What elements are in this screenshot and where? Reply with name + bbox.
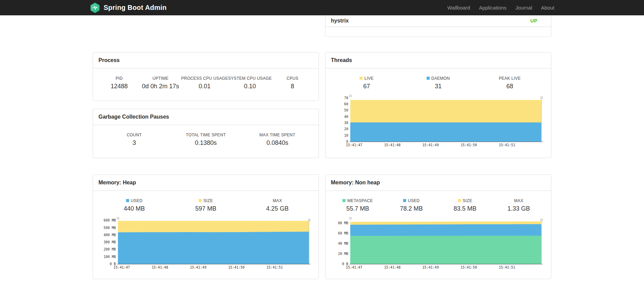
svg-text:70: 70: [344, 96, 348, 100]
svg-text:15:41:48: 15:41:48: [384, 265, 400, 269]
brand-label: Spring Boot Admin: [104, 4, 167, 12]
memory-nonheap-panel-body: METASPACE55.7 MBUSED78.2 MBSIZE83.5 MBMA…: [325, 191, 551, 277]
metric-value: 4.25 GB: [242, 205, 313, 212]
application-status-badge: UP: [531, 18, 537, 24]
metric-value: 8: [272, 83, 313, 90]
nav-links: Wallboard Applications Journal About: [443, 1, 554, 15]
row-memory: Memory: Heap USED440 MBSIZE597 MBMAX4.25…: [93, 174, 551, 279]
metric-live: LIVE67: [331, 76, 402, 90]
metric-peak-live: PEAK LIVE68: [474, 76, 546, 90]
metric-used: USED78.2 MB: [385, 198, 439, 212]
metric-label: PID: [98, 76, 140, 81]
navbar-inner: Spring Boot Admin Wallboard Applications…: [90, 1, 554, 15]
metric-max-time-spent: MAX TIME SPENT0.0840s: [242, 133, 313, 147]
metric-label: SIZE: [170, 198, 242, 203]
metric-system-cpu-usage: SYSTEM CPU USAGE0.10: [228, 76, 272, 90]
metric-max: MAX4.25 GB: [242, 198, 313, 212]
panel-title-gc: Garbage Collection Pauses: [93, 109, 319, 125]
metric-label: USED: [385, 198, 439, 203]
metric-metaspace: METASPACE55.7 MB: [331, 198, 385, 212]
metric-value: 0.01: [181, 83, 228, 90]
panel-title-memory-heap: Memory: Heap: [93, 175, 319, 191]
metric-cpus: CPUS8: [272, 76, 313, 90]
legend-swatch-icon: [342, 199, 346, 202]
threads-metrics: LIVE67DAEMON31PEAK LIVE68: [331, 74, 546, 90]
row-applications-right: hystrix UP: [325, 15, 551, 52]
metric-label: TOTAL TIME SPENT: [170, 133, 242, 137]
metric-value: 0.10: [228, 83, 272, 90]
metric-label: USED: [98, 198, 170, 203]
svg-text:40 MB: 40 MB: [338, 242, 348, 245]
metric-value: 440 MB: [98, 205, 170, 212]
svg-text:15:41:51: 15:41:51: [499, 265, 515, 269]
threads-chart-svg: 01020304050607015:41:4715:41:4815:41:491…: [331, 94, 546, 148]
memory-heap-panel-body: USED440 MBSIZE597 MBMAX4.25 GB 0 B100 MB…: [93, 191, 319, 277]
svg-text:600 MB: 600 MB: [104, 218, 116, 222]
metric-label: PROCESS CPU USAGE: [181, 76, 228, 81]
svg-text:200 MB: 200 MB: [104, 247, 116, 251]
svg-text:50: 50: [344, 108, 348, 112]
svg-text:15:41:51: 15:41:51: [499, 143, 515, 147]
metric-uptime: UPTIME0d 0h 2m 17s: [140, 76, 181, 90]
process-panel-body: PID12488UPTIME0d 0h 2m 17sPROCESS CPU US…: [93, 69, 319, 97]
svg-text:15:41:48: 15:41:48: [152, 265, 168, 269]
metric-label: SIZE: [438, 198, 492, 203]
svg-text:15:41:48: 15:41:48: [384, 143, 400, 147]
svg-text:40: 40: [344, 115, 348, 119]
threads-chart[interactable]: 01020304050607015:41:4715:41:4815:41:491…: [331, 94, 546, 148]
metric-value: 68: [474, 83, 546, 90]
metric-label: CPUS: [272, 76, 313, 81]
metric-label: METASPACE: [331, 198, 385, 203]
svg-text:80 MB: 80 MB: [338, 221, 348, 225]
metric-label: MAX: [492, 198, 546, 203]
svg-text:100 MB: 100 MB: [104, 255, 116, 259]
svg-text:30: 30: [344, 121, 348, 125]
metric-label: DAEMON: [402, 76, 474, 81]
nav-link-journal[interactable]: Journal: [511, 1, 537, 15]
metric-value: 0.1380s: [170, 139, 242, 147]
legend-swatch-icon: [126, 199, 129, 202]
memory-heap-chart-svg: 0 B100 MB200 MB300 MB400 MB500 MB600 MB1…: [98, 216, 313, 270]
row-applications-left-spacer: [93, 15, 319, 52]
legend-swatch-icon: [199, 199, 202, 202]
metric-value: 12488: [98, 83, 140, 90]
svg-text:400 MB: 400 MB: [104, 233, 116, 237]
process-metrics: PID12488UPTIME0d 0h 2m 17sPROCESS CPU US…: [98, 74, 313, 90]
panel-title-process: Process: [93, 52, 319, 69]
col-right: Threads LIVE67DAEMON31PEAK LIVE68 010203…: [325, 52, 551, 158]
threads-panel: Threads LIVE67DAEMON31PEAK LIVE68 010203…: [325, 52, 551, 158]
metric-value: 0d 0h 2m 17s: [140, 83, 181, 90]
memory-heap-metrics: USED440 MBSIZE597 MBMAX4.25 GB: [98, 196, 313, 212]
svg-text:500 MB: 500 MB: [104, 226, 116, 230]
memory-heap-panel: Memory: Heap USED440 MBSIZE597 MBMAX4.25…: [93, 174, 319, 279]
navbar: Spring Boot Admin Wallboard Applications…: [0, 0, 644, 15]
metric-value: 3: [98, 139, 170, 147]
nav-link-wallboard[interactable]: Wallboard: [443, 1, 475, 15]
memory-heap-chart[interactable]: 0 B100 MB200 MB300 MB400 MB500 MB600 MB1…: [98, 216, 313, 270]
panel-title-memory-nonheap: Memory: Non heap: [325, 175, 551, 191]
legend-swatch-icon: [403, 199, 406, 202]
main-content: hystrix UP Process PID12488UPTIME0d 0h 2…: [93, 15, 551, 279]
svg-text:15:41:47: 15:41:47: [113, 265, 130, 269]
brand-link[interactable]: Spring Boot Admin: [90, 2, 167, 13]
metric-size: SIZE597 MB: [170, 198, 242, 212]
svg-text:15:41:50: 15:41:50: [461, 143, 477, 147]
metric-label: SYSTEM CPU USAGE: [228, 76, 272, 81]
col-left: Process PID12488UPTIME0d 0h 2m 17sPROCES…: [93, 52, 319, 158]
metric-label: MAX TIME SPENT: [242, 133, 313, 137]
svg-text:20: 20: [344, 127, 348, 131]
metric-label: PEAK LIVE: [474, 76, 546, 81]
metric-size: SIZE83.5 MB: [438, 198, 492, 212]
application-row-hystrix[interactable]: hystrix UP: [325, 15, 551, 27]
metric-process-cpu-usage: PROCESS CPU USAGE0.01: [181, 76, 228, 90]
nav-link-applications[interactable]: Applications: [475, 1, 511, 15]
memory-nonheap-chart[interactable]: 0 B20 MB40 MB60 MB80 MB15:41:4715:41:481…: [331, 216, 546, 270]
metric-count: COUNT3: [98, 133, 170, 147]
metric-label: COUNT: [98, 133, 170, 137]
memory-nonheap-metrics: METASPACE55.7 MBUSED78.2 MBSIZE83.5 MBMA…: [331, 196, 546, 212]
nav-link-about[interactable]: About: [537, 1, 554, 15]
gc-pauses-panel: Garbage Collection Pauses COUNT3TOTAL TI…: [93, 109, 319, 158]
metric-label: MAX: [242, 198, 313, 203]
row-applications: hystrix UP: [93, 15, 551, 52]
metric-value: 597 MB: [170, 205, 242, 212]
